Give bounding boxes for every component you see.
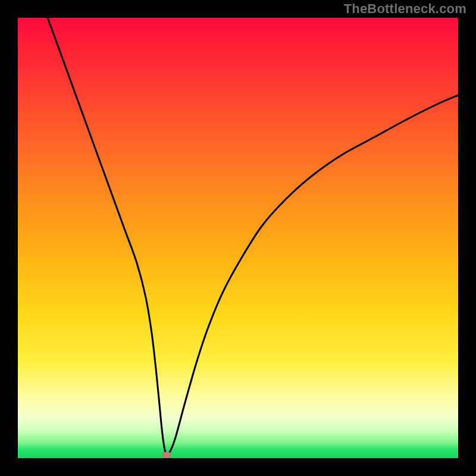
watermark-text: TheBottleneck.com (344, 1, 466, 17)
chart-frame: TheBottleneck.com (0, 0, 476, 476)
plot-area (18, 18, 458, 458)
bottleneck-curve (48, 18, 458, 454)
curve-layer (18, 18, 458, 458)
min-point-marker (162, 452, 171, 458)
